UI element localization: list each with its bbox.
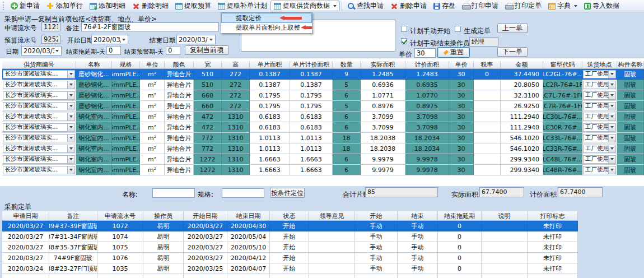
table-cell[interactable]: 0	[438, 221, 482, 231]
table-cell[interactable]: 钢化室内...	[76, 143, 112, 154]
table-row[interactable]: 2020/03/2789#37-39F窗固玻1072易明2020/03/2720…	[2, 221, 578, 231]
table-cell[interactable]: m²	[140, 101, 165, 112]
table-cell[interactable]: 开始	[270, 231, 309, 242]
toolbar-button-import-data[interactable]: 导入数据	[581, 1, 623, 11]
table-cell[interactable]: 长沙市潇湘玻璃实...	[2, 101, 76, 112]
column-header[interactable]: 开始	[355, 211, 398, 221]
table-cell[interactable]: LC7R-76#-1F0	[543, 101, 582, 112]
reset-button[interactable]: 重置	[437, 47, 470, 58]
column-header[interactable]: 结束	[398, 211, 438, 221]
table-cell[interactable]	[309, 263, 355, 274]
combobox-dropdown-button[interactable]	[67, 103, 74, 110]
date-combo[interactable]: 2020/03/31	[21, 46, 62, 55]
table-cell[interactable]: 660	[194, 101, 222, 112]
table-cell[interactable]: 3.7098	[405, 112, 449, 122]
table-cell[interactable]: 异地合片	[165, 69, 194, 80]
table-cell[interactable]	[474, 154, 501, 165]
table-cell[interactable]: 6	[333, 90, 361, 101]
table-cell[interactable]: 长沙市潇湘玻璃实...	[2, 143, 76, 154]
column-header[interactable]: 申请日期	[2, 211, 49, 221]
table-cell[interactable]: 0	[474, 69, 501, 80]
table-cell[interactable]: 3.7099	[361, 112, 405, 122]
table-cell[interactable]: 手动	[355, 263, 398, 274]
table-cell[interactable]: 2020/03/27	[184, 221, 227, 231]
table-cell[interactable]: 异地合片	[165, 90, 194, 101]
table-cell[interactable]: 3.7099	[361, 122, 405, 133]
toolbar-button-add-detail[interactable]: 添加明细	[86, 1, 129, 11]
chevron-down-icon[interactable]	[209, 39, 213, 41]
table-cell[interactable]: 0.6935	[405, 80, 449, 90]
table-cell[interactable]	[309, 242, 355, 253]
chevron-down-icon[interactable]	[55, 50, 59, 52]
table-cell[interactable]: 1.0771	[361, 90, 405, 101]
table-cell[interactable]: 6mmPLE...	[112, 112, 140, 122]
table-cell[interactable]: 32.3100	[501, 90, 543, 101]
column-header[interactable]: 颜色	[165, 61, 194, 69]
end-date-combo[interactable]: 2020/03/28	[176, 35, 216, 44]
table-cell[interactable]: 9.9979	[361, 165, 405, 175]
column-header[interactable]: 宽	[194, 61, 222, 69]
table-cell[interactable]: 工厂使用	[582, 154, 617, 165]
table-cell[interactable]: 钢化室内...	[76, 122, 112, 133]
table-cell[interactable]: 易明	[143, 221, 184, 231]
table-cell[interactable]: 1310	[222, 112, 250, 122]
table-cell[interactable]: 74#9F窗固玻	[49, 253, 97, 263]
table-cell[interactable]: 开始	[270, 221, 309, 231]
table-cell[interactable]	[270, 274, 309, 278]
table-cell[interactable]: 111.2940	[501, 112, 543, 122]
table-cell[interactable]: 2020/05/04	[227, 231, 270, 242]
table-cell[interactable]: 固玻	[617, 90, 644, 101]
table-cell[interactable]: 30	[449, 90, 474, 101]
unit-price-input[interactable]	[414, 48, 436, 58]
table-cell[interactable]: 手动	[355, 221, 398, 231]
table-cell[interactable]: 6mmPLE...	[112, 165, 140, 175]
column-header[interactable]: 打印标志	[528, 211, 578, 221]
table-cell[interactable]: 0.8975	[405, 101, 449, 112]
toolbar-button-delete-request[interactable]: 删除申请	[387, 1, 430, 11]
table-cell[interactable]: LC30R-76#...	[543, 122, 582, 133]
table-row[interactable]: 2020/03/2488#23-27F门顶玻1035易明2020/03/2520…	[2, 263, 578, 274]
table-cell[interactable]: 37.4490	[501, 69, 543, 80]
table-cell[interactable]: 开始	[270, 263, 309, 274]
cell-combobox[interactable]: 工厂使用	[583, 134, 616, 142]
table-cell[interactable]: m²	[140, 80, 165, 90]
table-row[interactable]	[2, 274, 578, 278]
table-row[interactable]: 2020/03/2774#9F窗固玻1076易明2020/03/272020/0…	[2, 253, 578, 263]
table-cell[interactable]: 开始	[270, 253, 309, 263]
table-cell[interactable]: 472	[194, 112, 222, 122]
table-cell[interactable]: 磨砂钢化...	[76, 90, 112, 101]
toolbar-button-extract-supplement-plan[interactable]: 提取补单计划	[214, 1, 270, 11]
table-cell[interactable]: 272	[222, 69, 250, 80]
toolbar-button-save[interactable]: 存盘	[430, 1, 459, 11]
table-cell[interactable]: 长沙市潇湘玻璃实...	[2, 122, 76, 133]
table-cell[interactable]	[49, 274, 97, 278]
table-cell[interactable]: 0.1387	[250, 80, 290, 90]
combobox-dropdown-button[interactable]	[608, 124, 615, 131]
cell-combobox[interactable]: 工厂使用	[583, 166, 616, 174]
next-order-button[interactable]: 下一单	[497, 47, 528, 57]
table-cell[interactable]: 1072	[97, 221, 143, 231]
table-row[interactable]: 长沙市潇湘玻璃实...磨砂钢化...6mmPLE...m²异地合片5102720…	[2, 69, 644, 80]
table-cell[interactable]: 0.6183	[250, 122, 290, 133]
toolbar-button-dictionary[interactable]: 字典	[545, 1, 581, 11]
table-cell[interactable]: 固玻	[617, 165, 644, 175]
table-cell[interactable]: 9.9979	[361, 154, 405, 165]
toolbar-button-print-request[interactable]: 打印申请	[459, 1, 502, 11]
table-cell[interactable]	[97, 274, 143, 278]
toolbar-button-delete-detail[interactable]: 删除明细	[129, 1, 172, 11]
table-cell[interactable]: 30	[449, 122, 474, 133]
table-cell[interactable]	[474, 133, 501, 143]
table-cell[interactable]: 0.6936	[361, 80, 405, 90]
combobox-dropdown-button[interactable]	[608, 103, 615, 110]
column-header[interactable]: 单位	[140, 61, 165, 69]
table-cell[interactable]: 异地合片	[165, 133, 194, 143]
table-cell[interactable]: 手动	[398, 242, 438, 253]
toolbar-button-add-row[interactable]: 添加单行	[43, 1, 86, 11]
table-cell[interactable]	[309, 274, 355, 278]
table-cell[interactable]: 30	[449, 69, 474, 80]
table-cell[interactable]: 5	[333, 80, 361, 90]
table-cell[interactable]: 18.2034	[405, 143, 449, 154]
table-cell[interactable]: 固玻	[617, 133, 644, 143]
table-cell[interactable]	[2, 274, 49, 278]
table-cell[interactable]: 工厂使用	[582, 143, 617, 154]
